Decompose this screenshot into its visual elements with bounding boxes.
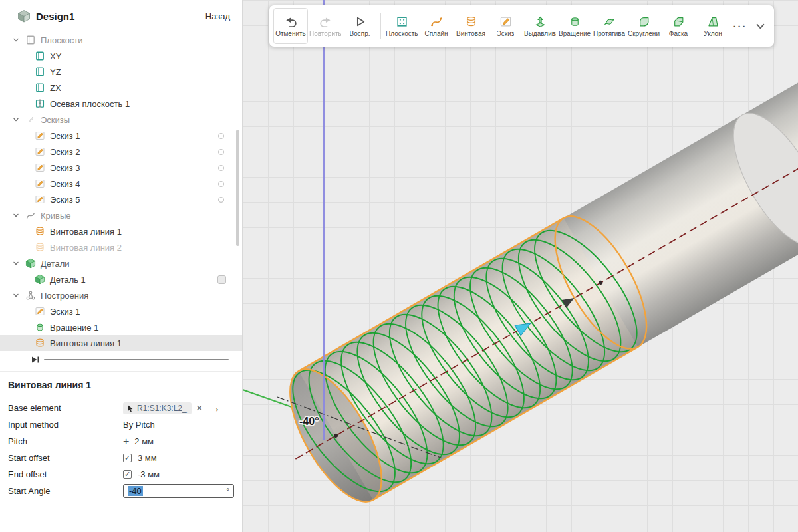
part-icon bbox=[35, 274, 45, 285]
tree-item-xy[interactable]: XY bbox=[0, 48, 242, 64]
helix-button[interactable]: Винтовая bbox=[454, 8, 488, 44]
history-timeline[interactable] bbox=[0, 354, 242, 366]
tree-group-sketches[interactable]: Эскизы bbox=[0, 112, 242, 128]
pitch-value[interactable]: 2 мм bbox=[134, 436, 154, 446]
revolve-icon bbox=[35, 322, 45, 332]
tree-item-sketch-2[interactable]: Эскиз 2 bbox=[0, 144, 242, 160]
chamfer-button[interactable]: Фаска bbox=[661, 8, 696, 44]
tree-item-part-1[interactable]: Деталь 1 bbox=[0, 271, 242, 287]
visibility-radio[interactable] bbox=[218, 149, 224, 155]
tree-item-axial-plane-1[interactable]: Осевая плоскость 1 bbox=[0, 96, 242, 112]
tree-item-sketch-4[interactable]: Эскиз 4 bbox=[0, 176, 242, 192]
angle-dimension-label[interactable]: -40° bbox=[299, 416, 319, 427]
base-element-label: Base element bbox=[8, 403, 123, 413]
start-offset-checkbox[interactable]: ✓ bbox=[123, 454, 132, 462]
tree-item-zx[interactable]: ZX bbox=[0, 80, 242, 96]
design-title: Design1 bbox=[36, 11, 205, 22]
tree-group-curves[interactable]: Кривые bbox=[0, 207, 242, 223]
undo-button[interactable]: Отменить bbox=[273, 8, 308, 44]
draft-icon bbox=[707, 15, 720, 28]
plane-icon bbox=[35, 66, 45, 77]
chevron-down-icon[interactable] bbox=[12, 211, 20, 219]
chevron-down-icon[interactable] bbox=[12, 291, 20, 299]
base-element-row: Base element R1:S1:K3:L2_ × → bbox=[8, 400, 234, 416]
sketch-icon bbox=[35, 194, 45, 205]
tree-item-yz[interactable]: YZ bbox=[0, 64, 242, 80]
helix-icon bbox=[35, 338, 45, 348]
draft-button[interactable]: Уклон bbox=[696, 8, 730, 44]
tree-item-helix-2[interactable]: Винтовая линия 2 bbox=[0, 239, 242, 255]
cylinder-body bbox=[257, 60, 798, 525]
tree-item-label: XY bbox=[50, 51, 61, 61]
spline-icon bbox=[430, 15, 443, 28]
part-checkbox[interactable] bbox=[217, 275, 226, 284]
chevron-down-icon[interactable] bbox=[12, 259, 20, 267]
tree-item-label: Эскиз 5 bbox=[50, 195, 80, 205]
spline-button[interactable]: Сплайн bbox=[419, 8, 454, 44]
end-offset-checkbox[interactable]: ✓ bbox=[123, 470, 132, 479]
fillet-button[interactable]: Скругление bbox=[626, 8, 661, 44]
features-group-icon bbox=[25, 290, 36, 301]
tree-item-feature-sketch-1[interactable]: Эскиз 1 bbox=[0, 303, 242, 319]
sketch-icon bbox=[35, 146, 45, 157]
viewport-3d[interactable]: -40° Отменить Повторить Воспр. Плоскость bbox=[243, 0, 798, 532]
pitch-label: Pitch bbox=[8, 436, 123, 446]
revolve-button[interactable]: Вращение bbox=[557, 8, 592, 44]
more-button[interactable]: ··· bbox=[730, 8, 750, 44]
degree-unit: ° bbox=[226, 487, 229, 496]
collapse-toolbar-button[interactable] bbox=[750, 8, 770, 44]
visibility-radio[interactable] bbox=[218, 197, 224, 203]
tree-group-planes[interactable]: Плоскости bbox=[0, 32, 242, 48]
app-logo-icon bbox=[17, 9, 31, 23]
timeline-track[interactable] bbox=[44, 359, 229, 360]
app-window: Design1 Назад Плоскости XY YZ ZX bbox=[0, 0, 798, 532]
tree-item-sketch-3[interactable]: Эскиз 3 bbox=[0, 160, 242, 176]
extrude-button[interactable]: Выдавливание bbox=[523, 8, 557, 44]
play-button[interactable]: Воспр. bbox=[342, 8, 377, 44]
input-method-value[interactable]: By Pitch bbox=[123, 420, 155, 430]
sketch-button[interactable]: Эскиз bbox=[488, 8, 523, 44]
visibility-radio[interactable] bbox=[218, 165, 224, 171]
plane-button[interactable]: Плоскость bbox=[384, 8, 419, 44]
tree-group-label: Детали bbox=[41, 259, 70, 269]
sweep-button[interactable]: Протягивание bbox=[592, 8, 626, 44]
visibility-radio[interactable] bbox=[218, 181, 224, 187]
chevron-down-icon[interactable] bbox=[12, 116, 20, 124]
plus-icon[interactable]: + bbox=[123, 436, 129, 448]
tree-group-parts[interactable]: Детали bbox=[0, 255, 242, 271]
start-offset-value[interactable]: 3 мм bbox=[138, 453, 157, 463]
start-angle-label: Start Angle bbox=[8, 486, 123, 496]
tree-group-features[interactable]: Построения bbox=[0, 287, 242, 303]
sketch-tool-icon bbox=[499, 15, 512, 28]
chevron-down-icon[interactable] bbox=[12, 36, 20, 44]
main-toolbar: Отменить Повторить Воспр. Плоскость Спла… bbox=[269, 5, 774, 47]
end-offset-row: End offset ✓ -3 мм bbox=[8, 466, 234, 483]
end-offset-value[interactable]: -3 мм bbox=[138, 469, 160, 479]
direction-arrow-icon[interactable]: → bbox=[209, 402, 221, 414]
tree-item-helix-1[interactable]: Винтовая линия 1 bbox=[0, 223, 242, 239]
base-element-chip[interactable]: R1:S1:K3:L2_ bbox=[123, 402, 192, 414]
sidebar-header: Design1 Назад bbox=[0, 0, 242, 32]
tree-group-label: Кривые bbox=[41, 211, 71, 221]
more-icon: ··· bbox=[733, 21, 747, 32]
parts-group-icon bbox=[25, 258, 36, 269]
tree-item-feature-helix-1[interactable]: Винтовая линия 1 bbox=[0, 335, 242, 351]
scene-3d[interactable]: -40° bbox=[243, 0, 798, 532]
tree-item-revolve-1[interactable]: Вращение 1 bbox=[0, 319, 242, 335]
timeline-marker-icon[interactable] bbox=[31, 355, 40, 364]
redo-button[interactable]: Повторить bbox=[308, 8, 342, 44]
revolve-tool-icon bbox=[569, 15, 581, 28]
tree-item-label: Вращение 1 bbox=[50, 323, 98, 332]
input-method-row: Input method By Pitch bbox=[8, 416, 234, 433]
sidebar-scrollbar[interactable] bbox=[236, 130, 239, 246]
start-angle-input[interactable]: -40 ° bbox=[123, 484, 234, 498]
back-button[interactable]: Назад bbox=[205, 11, 230, 21]
helix-tool-icon bbox=[465, 15, 477, 28]
sketch-icon bbox=[35, 178, 45, 189]
tree-group-label: Эскизы bbox=[41, 115, 70, 125]
sidebar: Design1 Назад Плоскости XY YZ ZX bbox=[0, 0, 243, 532]
clear-selection-icon[interactable]: × bbox=[196, 402, 203, 414]
tree-item-sketch-5[interactable]: Эскиз 5 bbox=[0, 192, 242, 207]
tree-item-sketch-1[interactable]: Эскиз 1 bbox=[0, 128, 242, 144]
visibility-radio[interactable] bbox=[218, 133, 224, 139]
